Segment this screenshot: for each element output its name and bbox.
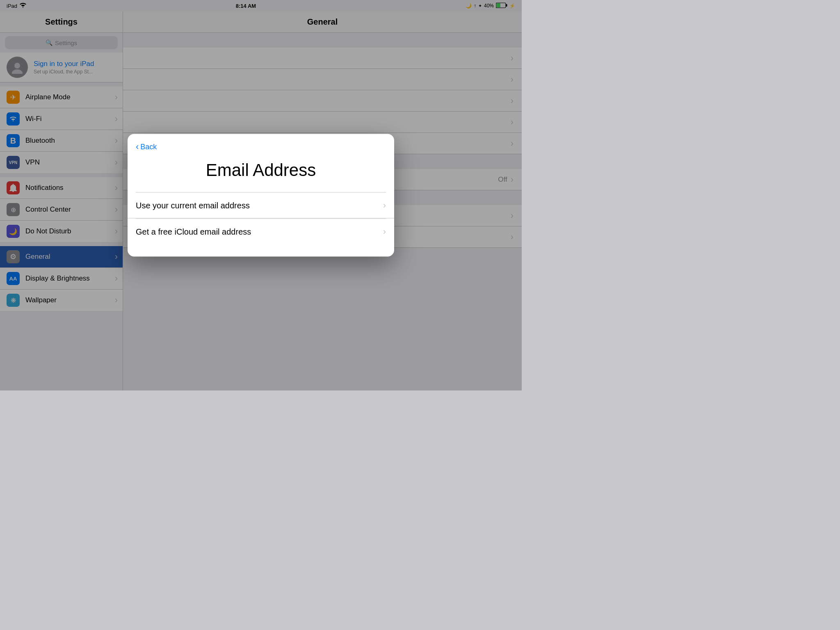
modal-back-button[interactable]: ‹ Back xyxy=(128,134,394,152)
modal-option-use-current[interactable]: Use your current email address › xyxy=(128,193,394,219)
email-address-modal: ‹ Back Email Address Use your current em… xyxy=(128,134,394,257)
modal-option-get-icloud[interactable]: Get a free iCloud email address › xyxy=(128,219,394,244)
use-current-label: Use your current email address xyxy=(136,201,250,210)
use-current-chevron: › xyxy=(383,200,386,211)
get-icloud-chevron: › xyxy=(383,226,386,237)
back-chevron-icon: ‹ xyxy=(136,142,139,152)
modal-title: Email Address xyxy=(128,152,394,192)
back-label[interactable]: Back xyxy=(140,142,157,151)
get-icloud-label: Get a free iCloud email address xyxy=(136,227,251,236)
